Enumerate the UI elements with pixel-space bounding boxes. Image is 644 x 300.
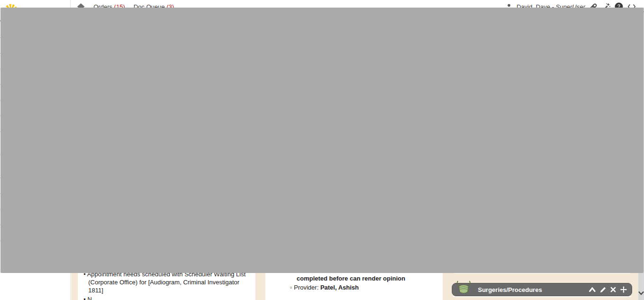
scroll-down-arrow[interactable]: [638, 291, 644, 295]
close-icon[interactable]: [610, 287, 616, 292]
surgical-mask-icon: [455, 280, 472, 297]
collapse-icon[interactable]: [589, 287, 596, 292]
move-icon[interactable]: [620, 286, 627, 293]
appointment-item-partial: N: [82, 295, 251, 300]
appointments-list: Appointment needs scheduled with Schedul…: [82, 270, 251, 294]
scrollbar-thumb[interactable]: [0, 8, 644, 273]
edit-icon[interactable]: [600, 287, 606, 293]
widget-title: Surgeries/Procedures: [478, 286, 542, 293]
appointment-item: Appointment needs scheduled with Schedul…: [82, 270, 251, 294]
detail-row: Provider: Patel, Ashish: [290, 283, 436, 292]
surgeries-procedures-widget: Surgeries/Procedures: [452, 283, 632, 297]
